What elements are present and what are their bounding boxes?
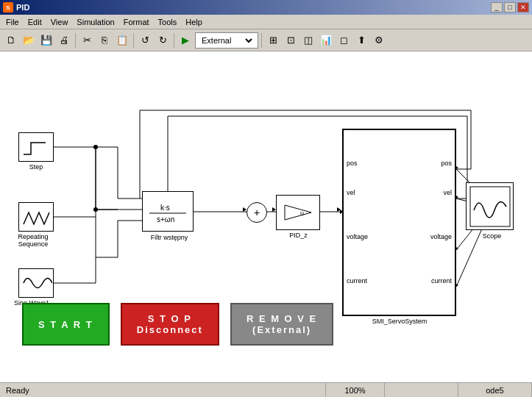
step-label: Step xyxy=(18,163,54,171)
smi-servo-block[interactable]: pos vel voltage current pos vel voltage … xyxy=(342,129,456,316)
menu-tools[interactable]: Tools xyxy=(154,16,182,28)
status-bar: Ready 100% ode5 xyxy=(0,382,532,397)
open-icon[interactable]: 📂 xyxy=(21,32,37,49)
pid-label: PID_z xyxy=(278,232,319,239)
toolbar-separator-4 xyxy=(261,33,262,48)
config-icon[interactable]: ⚙ xyxy=(371,32,387,49)
menu-view[interactable]: View xyxy=(46,16,73,28)
repeating-sequence-label: RepeatingSequence xyxy=(7,233,59,248)
new-icon[interactable]: 🗋 xyxy=(3,32,19,49)
model-explorer-icon[interactable]: ⊡ xyxy=(283,32,299,49)
svg-rect-37 xyxy=(470,187,510,226)
stop-line2: Disconnect xyxy=(137,324,203,335)
remove-button[interactable]: R E M O V E (External) xyxy=(230,303,333,346)
undo-icon[interactable]: ↺ xyxy=(137,32,153,49)
pid-port-u: u xyxy=(300,210,304,217)
simulation-mode-dropdown[interactable]: External Normal Accelerator xyxy=(195,32,258,49)
status-empty xyxy=(385,383,458,397)
title-bar-buttons: _ □ ✕ xyxy=(491,2,529,12)
pid-block[interactable] xyxy=(276,195,320,230)
signal-icon[interactable]: ◫ xyxy=(300,32,316,49)
smi-port-vel-out: vel xyxy=(443,189,452,196)
step-block[interactable] xyxy=(18,132,54,162)
diagram-canvas[interactable]: Step RepeatingSequence Sine Wave1 k·s s+… xyxy=(0,51,532,382)
svg-text:s+ωn: s+ωn xyxy=(157,215,174,223)
sine-wave-block[interactable] xyxy=(18,268,54,298)
remove-line2: (External) xyxy=(247,324,317,335)
svg-line-20 xyxy=(456,221,486,287)
smi-port-pos-out: pos xyxy=(441,160,452,167)
minimize-button[interactable]: _ xyxy=(491,2,503,12)
cut-icon[interactable]: ✂ xyxy=(79,32,95,49)
toolbar: 🗋 📂 💾 🖨 ✂ ⎘ 📋 ↺ ↻ ▶ External Normal Acce… xyxy=(0,29,532,51)
menu-help[interactable]: Help xyxy=(181,16,207,28)
scope-label: Scope xyxy=(468,232,516,240)
status-solver: ode5 xyxy=(458,383,532,397)
scope2-icon[interactable]: 📊 xyxy=(318,32,334,49)
svg-point-33 xyxy=(93,145,98,149)
smi-port-current-in: current xyxy=(347,277,367,285)
scope-block[interactable] xyxy=(466,182,514,230)
menu-edit[interactable]: Edit xyxy=(24,16,46,28)
smi-port-current-out: current xyxy=(431,277,452,285)
menu-simulation[interactable]: Simulation xyxy=(72,16,118,28)
maximize-button[interactable]: □ xyxy=(504,2,516,12)
button-area: S T A R T S T O P Disconnect R E M O V E… xyxy=(22,303,333,346)
svg-marker-31 xyxy=(337,207,341,212)
menu-format[interactable]: Format xyxy=(119,16,154,28)
run-icon[interactable]: ▶ xyxy=(177,32,194,49)
redo-icon[interactable]: ↻ xyxy=(155,32,171,49)
save-icon[interactable]: 💾 xyxy=(38,32,54,49)
menu-file[interactable]: File xyxy=(1,16,24,28)
sum-block[interactable]: + xyxy=(247,202,267,223)
filter-label: Filtr wstępny xyxy=(136,234,202,241)
print-icon[interactable]: 🖨 xyxy=(56,32,72,49)
paste-icon[interactable]: 📋 xyxy=(114,32,130,49)
filter-block[interactable]: k·s s+ωn xyxy=(142,191,194,232)
smi-port-voltage-in: voltage xyxy=(347,233,368,240)
close-button[interactable]: ✕ xyxy=(517,2,529,12)
repeating-sequence-block[interactable] xyxy=(18,202,54,232)
stop-line1: S T O P xyxy=(137,313,203,324)
toolbar-separator-1 xyxy=(75,33,76,48)
title-bar-left: S PID xyxy=(3,2,29,12)
simulation-mode-select[interactable]: External Normal Accelerator xyxy=(199,35,255,46)
svg-text:k·s: k·s xyxy=(160,204,170,212)
start-button[interactable]: S T A R T xyxy=(22,303,110,346)
menu-bar: File Edit View Simulation Format Tools H… xyxy=(0,15,532,29)
app-icon: S xyxy=(3,2,13,12)
copy-icon[interactable]: ⎘ xyxy=(96,32,113,49)
linmod-icon[interactable]: ◻ xyxy=(336,32,352,49)
stop-button[interactable]: S T O P Disconnect xyxy=(121,303,219,346)
block-params-icon[interactable]: ⊞ xyxy=(265,32,281,49)
toolbar-separator-2 xyxy=(133,33,134,48)
up-icon[interactable]: ⬆ xyxy=(353,32,369,49)
smi-port-voltage-out: voltage xyxy=(430,233,452,240)
title-bar: S PID _ □ ✕ xyxy=(0,0,532,15)
smi-port-pos-in: pos xyxy=(347,160,358,167)
window-title: PID xyxy=(16,3,29,12)
smi-port-vel-in: vel xyxy=(347,189,355,196)
toolbar-separator-3 xyxy=(174,33,174,48)
remove-line1: R E M O V E xyxy=(247,313,317,324)
status-ready: Ready xyxy=(0,383,326,397)
svg-point-32 xyxy=(93,207,98,212)
smi-label: SMI_ServoSystem xyxy=(344,318,455,325)
status-zoom: 100% xyxy=(326,383,385,397)
